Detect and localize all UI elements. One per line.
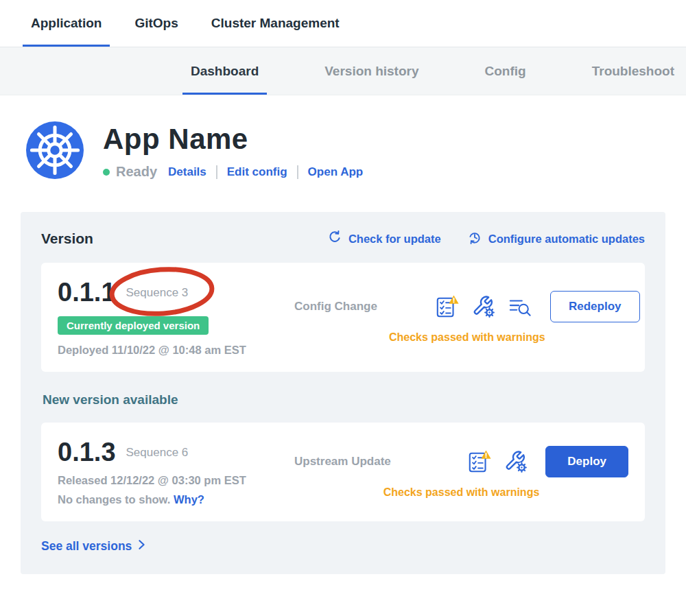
page-title: App Name <box>103 123 363 156</box>
version-section: Version Check for update <box>21 212 665 574</box>
wrench-gear-icon[interactable] <box>504 450 528 473</box>
current-version-card: 0.1.1 Sequence 3 Currently deployed vers… <box>41 263 645 372</box>
tab-version-history[interactable]: Version history <box>316 47 427 95</box>
tab-troubleshoot[interactable]: Troubleshoot <box>584 47 683 95</box>
currently-deployed-badge: Currently deployed version <box>58 316 209 335</box>
see-all-versions-label: See all versions <box>41 539 132 554</box>
tab-config[interactable]: Config <box>477 47 534 95</box>
refresh-icon <box>327 230 342 248</box>
current-sequence-label: Sequence 3 <box>126 286 189 300</box>
version-section-title: Version <box>41 230 93 247</box>
top-nav-gitops[interactable]: GitOps <box>126 0 186 47</box>
top-nav-application[interactable]: Application <box>23 0 110 47</box>
new-version-heading: New version available <box>43 392 643 407</box>
new-version-card: 0.1.3 Sequence 6 Released 12/12/22 @ 03:… <box>41 423 645 521</box>
configure-automatic-updates-link[interactable]: Configure automatic updates <box>467 230 645 248</box>
new-version-number: 0.1.3 <box>58 438 116 467</box>
open-app-link[interactable]: Open App <box>308 165 364 179</box>
details-link[interactable]: Details <box>168 165 206 179</box>
kubernetes-logo-icon <box>26 121 84 182</box>
change-type-label: Config Change <box>294 300 435 313</box>
configure-automatic-updates-label: Configure automatic updates <box>488 233 645 246</box>
app-status-row: Ready Details Edit config Open App <box>103 164 363 180</box>
check-for-update-label: Check for update <box>348 233 441 246</box>
change-type-label: Upstream Update <box>294 455 435 469</box>
checks-warning-text: Checks passed with warnings <box>294 486 628 499</box>
released-timestamp: Released 12/12/22 @ 03:30 pm EST <box>58 474 294 487</box>
see-all-versions-link[interactable]: See all versions <box>41 539 645 554</box>
list-magnifier-icon[interactable] <box>508 295 532 318</box>
chevron-right-icon <box>138 539 145 554</box>
preflight-checks-icon[interactable] <box>435 294 460 319</box>
clock-refresh-icon <box>467 230 482 248</box>
tab-dashboard[interactable]: Dashboard <box>182 47 267 95</box>
redeploy-button[interactable]: Redeploy <box>550 291 640 322</box>
divider <box>297 165 298 179</box>
divider <box>216 165 217 179</box>
top-nav: Application GitOps Cluster Management <box>0 0 686 47</box>
no-changes-text: No changes to show. <box>58 493 170 506</box>
current-version-number: 0.1.1 <box>58 278 116 307</box>
status-label: Ready <box>116 164 157 180</box>
deploy-button[interactable]: Deploy <box>545 446 628 477</box>
why-link[interactable]: Why? <box>174 493 204 506</box>
new-sequence-label: Sequence 6 <box>126 446 189 460</box>
checks-warning-text: Checks passed with warnings <box>294 331 640 344</box>
edit-config-link[interactable]: Edit config <box>227 165 287 179</box>
app-header: App Name Ready Details Edit config Open … <box>0 95 686 182</box>
status-dot <box>103 169 110 176</box>
preflight-checks-icon[interactable] <box>467 449 492 474</box>
check-for-update-link[interactable]: Check for update <box>327 230 441 248</box>
wrench-gear-icon[interactable] <box>472 295 495 318</box>
app-sub-nav: Dashboard Version history Config Trouble… <box>0 47 686 95</box>
deployed-timestamp: Deployed 11/10/22 @ 10:48 am EST <box>58 344 294 357</box>
top-nav-cluster-management[interactable]: Cluster Management <box>203 0 348 47</box>
